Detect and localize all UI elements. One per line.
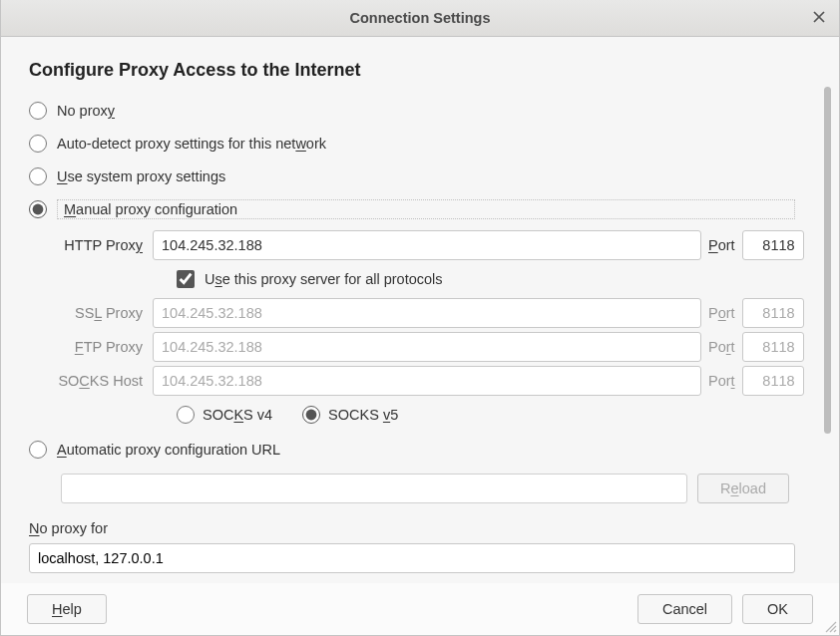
ftp-proxy-input bbox=[153, 332, 701, 362]
no-proxy-label: No proxy bbox=[57, 103, 115, 119]
socks-host-input bbox=[153, 366, 701, 396]
socks-v4-label: SOCKS v4 bbox=[203, 407, 272, 423]
socks-v5-label: SOCKS v5 bbox=[328, 407, 398, 423]
titlebar: Connection Settings bbox=[1, 0, 839, 37]
share-proxy-label: Use this proxy server for all protocols bbox=[205, 271, 443, 287]
svg-line-4 bbox=[834, 630, 836, 632]
ssl-proxy-input bbox=[153, 298, 701, 328]
auto-detect-label: Auto-detect proxy settings for this netw… bbox=[57, 136, 326, 152]
page-heading: Configure Proxy Access to the Internet bbox=[29, 60, 811, 81]
cancel-button[interactable]: Cancel bbox=[637, 594, 732, 624]
pac-url-label: Automatic proxy configuration URL bbox=[57, 442, 280, 458]
http-port-label: Port bbox=[708, 237, 735, 253]
auto-detect-radio[interactable] bbox=[29, 135, 47, 153]
ok-button[interactable]: OK bbox=[742, 594, 813, 624]
ftp-port-input bbox=[742, 332, 804, 362]
manual-proxy-radio[interactable] bbox=[29, 200, 47, 218]
socks-v4-radio[interactable] bbox=[177, 406, 195, 424]
pac-url-radio[interactable] bbox=[29, 441, 47, 459]
no-proxy-for-input[interactable] bbox=[29, 543, 795, 573]
close-icon bbox=[813, 10, 825, 26]
close-button[interactable] bbox=[809, 8, 829, 28]
http-proxy-label: HTTP Proxy bbox=[57, 237, 149, 253]
no-proxy-for-label: No proxy for bbox=[29, 520, 811, 536]
content-scroll-area: Configure Proxy Access to the Internet N… bbox=[1, 37, 839, 583]
socks-port-label: Port bbox=[708, 373, 735, 389]
socks-port-input bbox=[742, 366, 804, 396]
window-title: Connection Settings bbox=[350, 10, 491, 26]
http-proxy-input[interactable] bbox=[153, 230, 701, 260]
scrollbar-thumb[interactable] bbox=[824, 87, 831, 434]
ssl-port-label: Port bbox=[708, 305, 735, 321]
ssl-port-input bbox=[742, 298, 804, 328]
reload-button: Reload bbox=[697, 474, 789, 503]
resize-grip-icon[interactable] bbox=[823, 619, 837, 633]
system-proxy-radio[interactable] bbox=[29, 167, 47, 185]
no-proxy-radio[interactable] bbox=[29, 102, 47, 120]
ftp-proxy-label: FTP Proxy bbox=[57, 339, 149, 355]
share-proxy-checkbox[interactable] bbox=[177, 270, 195, 288]
system-proxy-label: Use system proxy settings bbox=[57, 168, 225, 184]
pac-url-input bbox=[61, 474, 687, 503]
help-button[interactable]: Help bbox=[27, 594, 107, 624]
connection-settings-dialog: Connection Settings Configure Proxy Acce… bbox=[0, 0, 840, 636]
dialog-footer: Help Cancel OK bbox=[1, 583, 839, 635]
http-port-input[interactable] bbox=[742, 230, 804, 260]
manual-proxy-label: Manual proxy configuration bbox=[57, 199, 795, 219]
ftp-port-label: Port bbox=[708, 339, 735, 355]
socks-host-label: SOCKS Host bbox=[57, 373, 149, 389]
vertical-scrollbar[interactable] bbox=[824, 87, 831, 555]
ssl-proxy-label: SSL Proxy bbox=[57, 305, 149, 321]
socks-v5-radio[interactable] bbox=[302, 406, 320, 424]
